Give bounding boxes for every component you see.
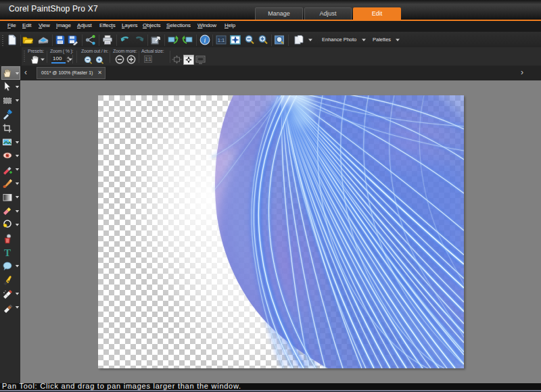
svg-text:1:1: 1:1	[218, 37, 225, 43]
svg-text:T: T	[4, 247, 11, 258]
svg-text:i: i	[204, 36, 206, 44]
